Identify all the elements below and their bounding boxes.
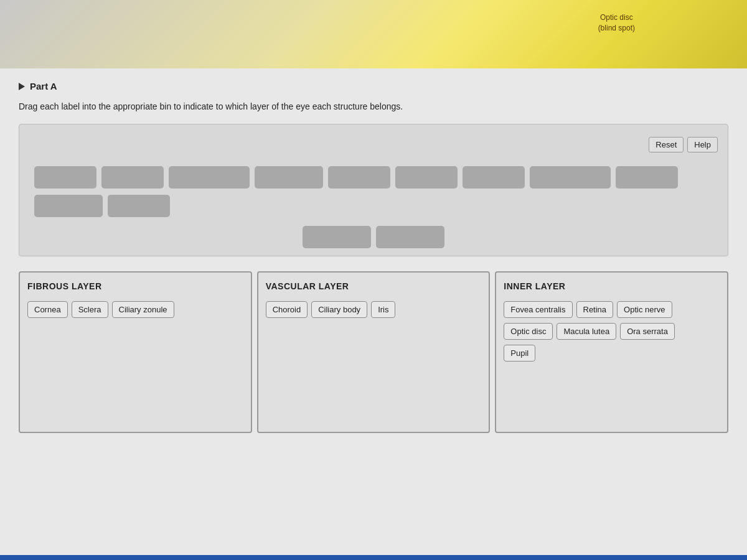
main-content: Part A Drag each label into the appropri…: [0, 68, 747, 560]
label-pupil[interactable]: Pupil: [504, 345, 535, 362]
label-cornea[interactable]: Cornea: [27, 301, 68, 318]
part-title: Part A: [30, 81, 57, 91]
label-ora-serrata[interactable]: Ora serrata: [620, 323, 675, 340]
label-choroid[interactable]: Choroid: [266, 301, 308, 318]
label-slot[interactable]: [34, 195, 103, 217]
label-slot[interactable]: [376, 226, 444, 248]
label-fovea-centralis[interactable]: Fovea centralis: [504, 301, 572, 318]
label-macula-lutea[interactable]: Macula lutea: [557, 323, 616, 340]
label-slot[interactable]: [463, 166, 525, 189]
instruction-text: Drag each label into the appropriate bin…: [19, 101, 728, 111]
part-header: Part A: [19, 81, 728, 91]
inner-layer-labels: Fovea centralis Retina Optic nerve Optic…: [504, 301, 720, 362]
bins-container: FIBROUS LAYER Cornea Sclera Ciliary zonu…: [19, 271, 728, 433]
label-optic-disc[interactable]: Optic disc: [504, 323, 553, 340]
fibrous-layer-bin[interactable]: FIBROUS LAYER Cornea Sclera Ciliary zonu…: [19, 271, 252, 433]
label-slot[interactable]: [255, 166, 323, 189]
vascular-layer-labels: Choroid Ciliary body Iris: [266, 301, 482, 318]
label-slots-row2: [29, 226, 718, 248]
help-button[interactable]: Help: [687, 137, 718, 152]
collapse-icon[interactable]: [19, 83, 25, 90]
vascular-layer-bin[interactable]: VASCULAR LAYER Choroid Ciliary body Iris: [257, 271, 491, 433]
label-retina[interactable]: Retina: [576, 301, 614, 318]
toolbar: Reset Help: [29, 137, 718, 152]
inner-layer-bin[interactable]: INNER LAYER Fovea centralis Retina Optic…: [495, 271, 728, 433]
vascular-layer-title: VASCULAR LAYER: [266, 281, 482, 291]
optic-disc-label: Optic disc (blind spot): [598, 12, 635, 34]
drag-area: Reset Help: [19, 124, 728, 256]
label-slot[interactable]: [34, 166, 96, 189]
label-sclera[interactable]: Sclera: [72, 301, 108, 318]
label-slot[interactable]: [395, 166, 458, 189]
label-slot[interactable]: [169, 166, 250, 189]
label-ciliary-zonule[interactable]: Ciliary zonule: [112, 301, 174, 318]
label-slot[interactable]: [101, 166, 164, 189]
label-slots-row1: [29, 161, 718, 223]
label-ciliary-body[interactable]: Ciliary body: [311, 301, 367, 318]
label-optic-nerve[interactable]: Optic nerve: [617, 301, 672, 318]
label-slots-area: [29, 161, 718, 248]
inner-layer-title: INNER LAYER: [504, 281, 720, 291]
inner-layer-row2: Optic disc Macula lutea Ora serrata: [504, 323, 675, 340]
inner-layer-row3: Pupil: [504, 345, 535, 362]
label-slot[interactable]: [328, 166, 390, 189]
label-slot[interactable]: [616, 166, 678, 189]
fibrous-layer-labels: Cornea Sclera Ciliary zonule: [27, 301, 243, 318]
label-iris[interactable]: Iris: [371, 301, 395, 318]
fibrous-layer-title: FIBROUS LAYER: [27, 281, 243, 291]
label-slot[interactable]: [108, 195, 170, 217]
bottom-strip: [0, 555, 747, 560]
top-banner: Optic disc (blind spot): [0, 0, 747, 68]
label-slot[interactable]: [303, 226, 371, 248]
label-slot[interactable]: [530, 166, 611, 189]
inner-layer-row1: Fovea centralis Retina Optic nerve: [504, 301, 672, 318]
reset-button[interactable]: Reset: [649, 137, 684, 152]
